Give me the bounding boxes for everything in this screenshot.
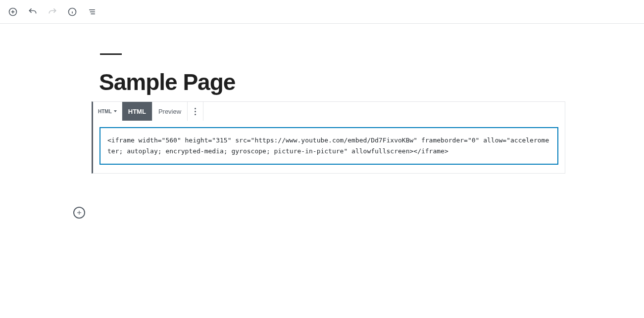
undo-icon [28, 7, 38, 17]
editor-canvas: Sample Page HTML HTML Preview [0, 24, 644, 174]
list-icon [87, 7, 97, 17]
redo-button[interactable] [46, 5, 59, 19]
tab-preview[interactable]: Preview [152, 102, 188, 121]
content-column: Sample Page HTML HTML Preview [92, 53, 565, 174]
add-block-inserter[interactable] [73, 207, 85, 219]
block-type-label: HTML [98, 109, 112, 114]
info-button[interactable] [65, 5, 79, 19]
plus-icon [76, 209, 83, 216]
plus-circle-icon [8, 7, 18, 17]
block-toolbar: HTML HTML Preview [93, 102, 565, 121]
add-block-button[interactable] [6, 5, 20, 19]
html-code-input[interactable] [100, 128, 558, 164]
title-accent-bar [100, 53, 122, 55]
editor-top-toolbar [0, 0, 644, 24]
block-nav-button[interactable] [85, 5, 99, 19]
more-vertical-icon [195, 107, 196, 116]
page-title[interactable]: Sample Page [99, 69, 565, 95]
block-type-switcher[interactable]: HTML [93, 102, 122, 121]
block-body [93, 121, 565, 173]
html-block: HTML HTML Preview [92, 101, 565, 174]
chevron-down-icon [114, 110, 117, 112]
block-more-options[interactable] [188, 102, 203, 121]
redo-icon [48, 7, 57, 17]
tab-html[interactable]: HTML [122, 102, 152, 121]
info-icon [67, 7, 77, 17]
undo-button[interactable] [26, 5, 40, 19]
